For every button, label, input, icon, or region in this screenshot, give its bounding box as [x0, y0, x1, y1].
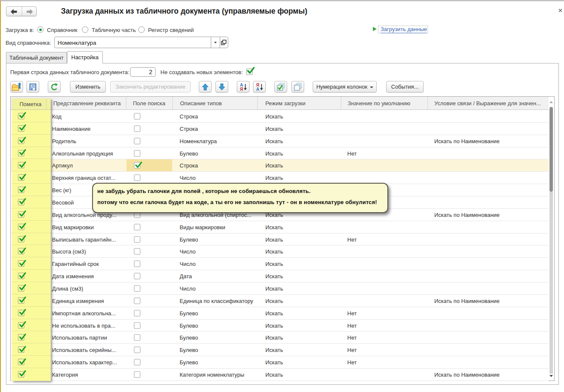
- svg-text:Я: Я: [240, 87, 243, 92]
- svg-text:А: А: [240, 82, 243, 87]
- svg-text:Я: Я: [256, 82, 259, 87]
- svg-text:А: А: [256, 87, 259, 92]
